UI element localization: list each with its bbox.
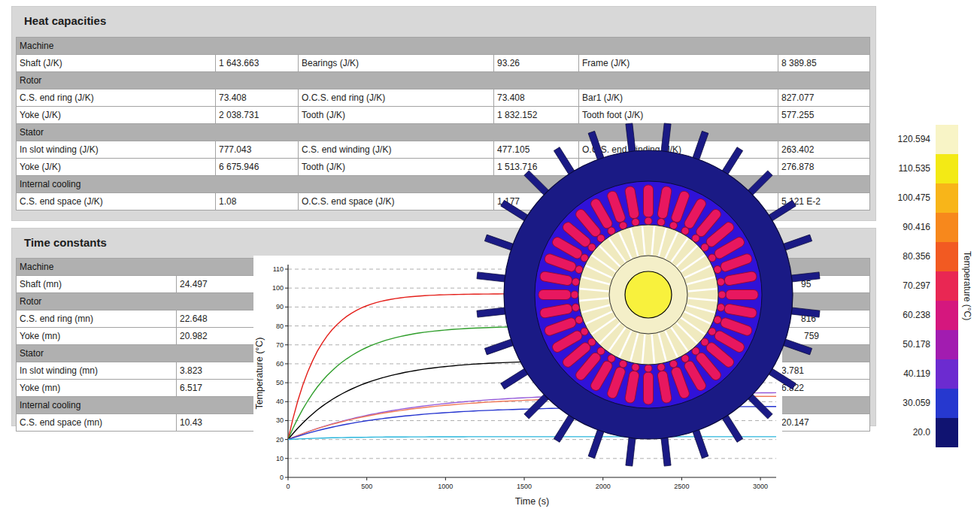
- param-label: Yoke (J/K): [17, 159, 216, 176]
- section-header: Rotor: [17, 72, 870, 89]
- y-tick-label: 110: [273, 265, 284, 273]
- colorbar-value-label: 80.356: [881, 242, 936, 271]
- slot-opening: [645, 365, 652, 372]
- param-label: O.C.S. end ring (J/K): [299, 89, 494, 107]
- colorbar-value-label: 30.059: [881, 389, 936, 418]
- cooling-fin: [588, 428, 605, 459]
- param-value: 1 643.663: [216, 55, 299, 72]
- cooling-fin: [692, 428, 708, 459]
- colorbar-color-swatch: [936, 301, 958, 330]
- slot-opening: [645, 217, 652, 225]
- param-value: 2 038.731: [216, 107, 299, 124]
- x-tick-label: 500: [361, 483, 372, 490]
- param-value: 827.077: [778, 89, 870, 107]
- x-tick-label: 1500: [517, 483, 532, 490]
- colorbar-entry: 20.0: [881, 418, 958, 447]
- param-label: Yoke (J/K): [17, 107, 216, 124]
- param-label: O.C.S. end space (J/K): [299, 193, 494, 210]
- colorbar-entry: 30.059: [881, 389, 958, 418]
- colorbar-entry: 50.178: [881, 330, 958, 359]
- colorbar-value-label: 110.535: [881, 154, 936, 183]
- param-value: 8 389.85: [778, 55, 870, 72]
- colorbar-entry: 90.416: [881, 213, 958, 242]
- x-tick-label: 3000: [753, 483, 768, 490]
- param-value: 6 675.946: [216, 159, 299, 176]
- x-tick-label: 2000: [596, 483, 611, 490]
- x-tick-label: 2500: [674, 483, 689, 490]
- param-label: Bearings (J/K): [299, 55, 494, 72]
- machine-cross-section-image: [475, 122, 821, 468]
- heat-capacities-title: Heat capacities: [12, 7, 875, 27]
- colorbar-value-label: 60.238: [881, 301, 936, 330]
- data-row: C.S. end ring (J/K)73.408O.C.S. end ring…: [17, 89, 870, 107]
- param-label: Tooth (J/K): [299, 107, 494, 124]
- y-tick-label: 20: [276, 436, 284, 444]
- colorbar-color-swatch: [936, 359, 958, 389]
- param-label: Bar1 (J/K): [579, 89, 778, 107]
- cooling-fin: [588, 131, 605, 162]
- y-tick-label: 90: [276, 303, 284, 310]
- param-value: 73.408: [216, 89, 299, 107]
- slot-winding: [644, 372, 654, 404]
- y-tick-label: 60: [276, 360, 284, 368]
- slot-winding: [644, 185, 654, 217]
- y-tick-label: 30: [276, 416, 284, 424]
- param-value: 1.08: [216, 193, 299, 210]
- y-tick-label: 10: [276, 455, 284, 462]
- colorbar-color-swatch: [936, 183, 958, 213]
- cooling-fin: [477, 307, 508, 317]
- shaft: [625, 271, 672, 318]
- colorbar-value-label: 20.0: [881, 418, 936, 447]
- colorbar-entry: 110.535: [881, 154, 958, 183]
- section-header: Machine: [17, 38, 870, 55]
- param-label: Frame (J/K): [579, 55, 778, 72]
- colorbar-title: Temperature (°C): [962, 251, 972, 320]
- y-tick-label: 70: [276, 341, 284, 349]
- param-label: Tooth (J/K): [299, 159, 494, 176]
- param-label: Shaft (mn): [17, 276, 177, 293]
- colorbar-value-label: 90.416: [881, 213, 936, 242]
- param-value: 93.26: [494, 55, 579, 72]
- y-tick-label: 80: [276, 323, 284, 330]
- colorbar-value-label: 40.119: [881, 359, 936, 389]
- temperature-colorbar: 120.594110.535100.47590.41680.35670.2976…: [881, 125, 958, 447]
- colorbar-entry: 60.238: [881, 301, 958, 330]
- colorbar-entry: 80.356: [881, 242, 958, 271]
- cooling-fin: [626, 435, 636, 466]
- colorbar-color-swatch: [936, 242, 958, 271]
- colorbar-entry: 70.297: [881, 271, 958, 301]
- colorbar-color-swatch: [936, 389, 958, 418]
- param-label: C.S. end space (J/K): [17, 193, 216, 210]
- slot-winding: [726, 290, 758, 300]
- x-tick-label: 0: [286, 483, 290, 490]
- param-label: C.S. end ring (J/K): [17, 89, 216, 107]
- cooling-fin: [484, 338, 515, 355]
- cooling-fin: [626, 123, 636, 154]
- colorbar-title-wrap: Temperature (°C): [962, 125, 972, 447]
- colorbar-entry: 120.594: [881, 125, 958, 154]
- param-label: C.S. end ring (mn): [17, 310, 177, 328]
- colorbar-value-label: 50.178: [881, 330, 936, 359]
- y-tick-label: 50: [276, 379, 284, 386]
- param-value: 777.043: [216, 141, 299, 159]
- colorbar-color-swatch: [936, 271, 958, 301]
- slot-opening: [571, 291, 578, 298]
- colorbar-color-swatch: [936, 154, 958, 183]
- param-label: Yoke (mn): [17, 380, 177, 397]
- x-tick-label: 1000: [438, 483, 453, 490]
- section-row: Machine: [17, 38, 870, 55]
- cooling-fin: [781, 235, 812, 251]
- x-axis-title: Time (s): [515, 496, 549, 507]
- colorbar-entry: 40.119: [881, 359, 958, 389]
- colorbar-color-swatch: [936, 125, 958, 154]
- section-row: Rotor: [17, 72, 870, 89]
- colorbar-value-label: 70.297: [881, 271, 936, 301]
- cooling-fin: [781, 338, 812, 355]
- cooling-fin: [661, 123, 671, 154]
- param-label: Yoke (mn): [17, 328, 177, 345]
- slot-winding: [539, 290, 571, 300]
- y-tick-label: 0: [280, 474, 284, 481]
- cooling-fin: [789, 272, 820, 282]
- param-label: C.S. end winding (J/K): [299, 141, 494, 159]
- param-label: In slot winding (J/K): [17, 141, 216, 159]
